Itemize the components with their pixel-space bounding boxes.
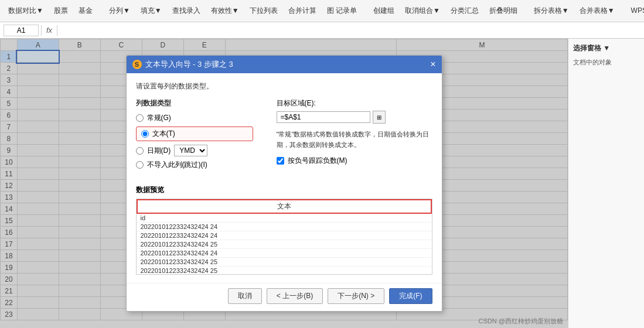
formula-bar: fx xyxy=(0,22,644,39)
toolbar-data-compare[interactable]: 数据对比▼ xyxy=(5,5,47,17)
data-preview-section: 数据预览 文本 id2022010122332432424 2420220101… xyxy=(136,185,432,275)
negative-number-checkbox-row[interactable]: 按负号跟踪负数(M) xyxy=(277,156,432,166)
modal-left-col: 列数据类型 常规(G) 文本(T) xyxy=(136,98,253,176)
modal-footer: 取消 < 上一步(B) 下一步(N) > 完成(F) xyxy=(127,283,442,311)
preview-row-3: 2022010122332432424 25 xyxy=(137,240,431,249)
radio-date-input[interactable] xyxy=(136,147,144,155)
target-area-select-button[interactable]: ⊞ xyxy=(373,111,386,124)
toolbar-record[interactable]: 图 记录单 xyxy=(323,5,360,17)
radio-skip-input[interactable] xyxy=(136,161,144,169)
formula-input[interactable] xyxy=(60,25,640,36)
toolbar-cancel-group[interactable]: 取消组合▼ xyxy=(401,5,444,17)
column-type-label: 列数据类型 xyxy=(136,98,253,108)
right-panel-subtitle: 文档中的对象 xyxy=(573,58,639,67)
toolbar-merge-table[interactable]: 合并表格▼ xyxy=(576,5,618,17)
toolbar-merge-calc[interactable]: 合并计算 xyxy=(285,5,320,17)
toolbar-dropdown[interactable]: 下拉列表 xyxy=(246,5,281,17)
toolbar-subtotal[interactable]: 分类汇总 xyxy=(447,5,482,17)
modal-close-button[interactable]: × xyxy=(430,60,435,69)
toolbar-split-col[interactable]: 分列▼ xyxy=(105,5,134,17)
toolbar-fill[interactable]: 填充▼ xyxy=(137,5,165,17)
radio-normal-label: 常规(G) xyxy=(147,113,171,123)
toolbar-split-table[interactable]: 拆分表格▼ xyxy=(530,5,573,17)
spreadsheet-container: A B C D E M 1234567891011121314151617181… xyxy=(0,39,644,328)
radio-skip[interactable]: 不导入此列(跳过)(I) xyxy=(136,160,253,170)
preview-table: 文本 id2022010122332432424 242022010122332… xyxy=(137,199,432,275)
preview-row-2: 2022010122332432424 24 xyxy=(137,231,431,240)
radio-normal[interactable]: 常规(G) xyxy=(136,113,253,123)
modal-instruction: 请设置每列的数据类型。 xyxy=(136,81,432,91)
preview-row-5: 2022010122332432424 25 xyxy=(137,258,431,266)
radio-date[interactable]: 日期(D) YMD MDY DMY xyxy=(136,145,253,156)
radio-text[interactable]: 文本(T) xyxy=(136,127,253,141)
modal-title-text: 文本导入向导 - 3 步骤之 3 xyxy=(145,59,233,70)
preview-row-4: 2022010122332432424 24 xyxy=(137,249,431,258)
toolbar-create-group[interactable]: 创建组 xyxy=(370,5,398,17)
date-format-select[interactable]: YMD MDY DMY xyxy=(174,145,207,156)
modal-right-col: 目标区域(E): ⊞ "常规"数据格式将数值转换成数字，日期值会转换为日期，其余… xyxy=(277,98,432,176)
radio-skip-label: 不导入此列(跳过)(I) xyxy=(147,160,207,170)
sheet-area: A B C D E M 1234567891011121314151617181… xyxy=(0,39,568,328)
target-area-input[interactable] xyxy=(277,111,370,123)
preview-row-6: 2022010122332432424 25 xyxy=(137,266,431,275)
toolbar: 数据对比▼ 股票 基金 分列▼ 填充▼ 查找录入 有效性▼ 下拉列表 合并计算 … xyxy=(0,0,644,22)
fx-label: fx xyxy=(44,26,54,35)
preview-row-0: id xyxy=(137,213,431,223)
right-panel: 选择窗格 ▼ 文档中的对象 xyxy=(568,39,644,328)
modal-header: S 文本导入向导 - 3 步骤之 3 × xyxy=(127,56,442,73)
cell-reference-input[interactable] xyxy=(4,25,39,36)
toolbar-wps-cloud[interactable]: WPS云数 xyxy=(628,5,644,17)
preview-col-header: 文本 xyxy=(137,200,431,213)
toolbar-find-enter[interactable]: 查找录入 xyxy=(169,5,204,17)
modal-icon: S xyxy=(132,60,142,69)
toolbar-fold[interactable]: 折叠明细 xyxy=(486,5,521,17)
radio-normal-input[interactable] xyxy=(136,114,144,122)
preview-table-wrapper: 文本 id2022010122332432424 242022010122332… xyxy=(136,199,432,275)
checkbox-label: 按负号跟踪负数(M) xyxy=(288,156,347,166)
preview-row-1: 2022010122332432424 24 xyxy=(137,223,431,231)
target-input-row: ⊞ xyxy=(277,111,432,124)
preview-label: 数据预览 xyxy=(136,185,432,195)
prev-step-button[interactable]: < 上一步(B) xyxy=(267,288,323,304)
description-text: "常规"数据格式将数值转换成数字，日期值会转换为日期，其余数据则转换成文本。 xyxy=(277,129,432,150)
negative-number-checkbox[interactable] xyxy=(277,157,284,165)
right-panel-title[interactable]: 选择窗格 ▼ xyxy=(573,43,639,53)
modal-overlay: S 文本导入向导 - 3 步骤之 3 × 请设置每列的数据类型。 列数据类型 xyxy=(0,39,568,328)
radio-group: 常规(G) 文本(T) 日期(D) Y xyxy=(136,113,253,170)
cancel-button[interactable]: 取消 xyxy=(228,288,262,304)
modal-body: 请设置每列的数据类型。 列数据类型 常规(G) xyxy=(127,73,442,283)
formula-sep xyxy=(41,25,42,36)
next-step-button[interactable]: 下一步(N) > xyxy=(328,288,384,304)
target-area-label: 目标区域(E): xyxy=(277,98,432,108)
radio-text-label: 文本(T) xyxy=(152,129,175,139)
formula-sep2 xyxy=(57,25,57,36)
toolbar-fund[interactable]: 基金 xyxy=(75,5,96,17)
import-wizard-modal: S 文本导入向导 - 3 步骤之 3 × 请设置每列的数据类型。 列数据类型 xyxy=(126,55,442,312)
toolbar-stocks[interactable]: 股票 xyxy=(50,5,71,17)
modal-columns: 列数据类型 常规(G) 文本(T) xyxy=(136,98,432,176)
radio-date-label: 日期(D) xyxy=(147,146,171,156)
modal-title: S 文本导入向导 - 3 步骤之 3 xyxy=(132,59,233,70)
radio-text-input[interactable] xyxy=(141,130,149,138)
finish-button[interactable]: 完成(F) xyxy=(389,288,432,304)
toolbar-validity[interactable]: 有效性▼ xyxy=(207,5,243,17)
